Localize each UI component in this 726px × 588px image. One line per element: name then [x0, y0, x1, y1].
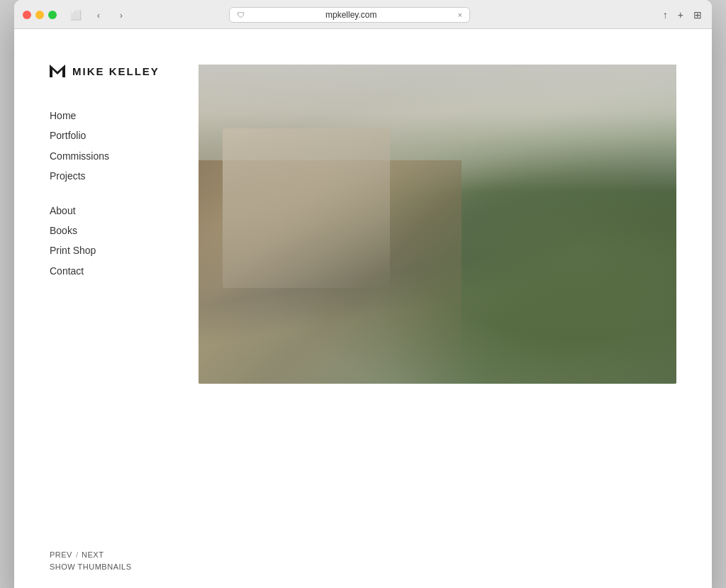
nav-item-books[interactable]: Books: [50, 221, 184, 240]
page-content: MIKE KELLEY Home Portfolio Commissions P…: [14, 29, 712, 588]
show-thumbnails-button[interactable]: SHOW THUMBNAILS: [50, 562, 184, 571]
new-tab-button[interactable]: +: [676, 8, 685, 22]
forward-button[interactable]: ›: [112, 8, 130, 22]
svg-marker-0: [50, 65, 65, 77]
primary-nav-group: Home Portfolio Commissions Projects: [50, 106, 184, 187]
browser-action-buttons: ↑ + ⊞: [661, 8, 703, 22]
nav-item-contact[interactable]: Contact: [50, 261, 184, 281]
secondary-nav-group: About Books Print Shop Contact: [50, 201, 184, 282]
share-button[interactable]: ↑: [661, 8, 669, 22]
prev-next-nav: PREV / NEXT: [50, 550, 184, 559]
main-content: [199, 65, 676, 571]
hero-image: [199, 65, 676, 384]
prev-button[interactable]: PREV: [50, 550, 72, 559]
browser-window: ⬜ ‹ › 🛡 mpkelley.com × ↑ + ⊞: [14, 0, 712, 588]
browser-chrome: ⬜ ‹ › 🛡 mpkelley.com × ↑ + ⊞: [14, 0, 712, 29]
address-bar[interactable]: 🛡 mpkelley.com ×: [229, 7, 470, 23]
nav-item-projects[interactable]: Projects: [50, 166, 184, 186]
url-display: mpkelley.com: [248, 10, 454, 20]
nav-item-portfolio[interactable]: Portfolio: [50, 126, 184, 145]
clear-url-button[interactable]: ×: [458, 11, 462, 19]
nav-item-commissions[interactable]: Commissions: [50, 146, 184, 166]
tab-grid-button[interactable]: ⊞: [692, 8, 703, 22]
nav-item-home[interactable]: Home: [50, 106, 184, 126]
back-button[interactable]: ‹: [89, 8, 108, 22]
nav-item-print-shop[interactable]: Print Shop: [50, 240, 184, 260]
browser-navigation-controls: ⬜ ‹ ›: [67, 8, 130, 22]
hero-image-visual: [199, 65, 676, 384]
security-shield-icon: 🛡: [237, 11, 245, 19]
close-window-button[interactable]: [23, 11, 31, 19]
traffic-lights: [23, 11, 57, 19]
maximize-window-button[interactable]: [48, 11, 57, 19]
image-controls: PREV / NEXT SHOW THUMBNAILS: [50, 295, 184, 571]
next-button[interactable]: NEXT: [82, 550, 104, 559]
nav-item-about[interactable]: About: [50, 201, 184, 221]
nav-separator: /: [76, 550, 78, 559]
logo-icon: [50, 65, 65, 77]
logo-area: MIKE KELLEY: [50, 65, 184, 77]
minimize-window-button[interactable]: [35, 11, 44, 19]
sidebar-toggle-button[interactable]: ⬜: [67, 8, 85, 22]
site-title: MIKE KELLEY: [72, 65, 160, 77]
sidebar: MIKE KELLEY Home Portfolio Commissions P…: [50, 65, 199, 571]
